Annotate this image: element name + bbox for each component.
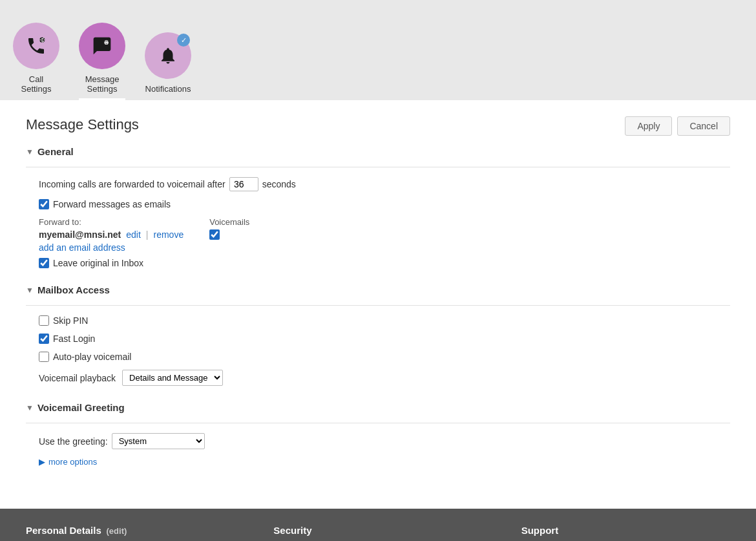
playback-label-text: Voicemail playback [39, 373, 116, 383]
footer-security: Security Change Password Change Call Ser… [273, 525, 482, 541]
fast-login-checkbox[interactable] [39, 334, 49, 344]
voicemail-greeting-collapse-arrow: ▼ [26, 403, 34, 412]
forward-messages-row: Forward messages as emails [39, 199, 730, 209]
pipe-separator: | [146, 229, 149, 240]
general-divider [26, 167, 730, 167]
footer-personal-details: Personal Details (edit) Devices [26, 525, 235, 541]
voicemail-greeting-section-header[interactable]: ▼ Voicemail Greeting [26, 402, 730, 413]
nav-notifications[interactable]: ✓ Notifications [145, 32, 191, 100]
voicemail-greeting-content: Use the greeting: System Personal Extend… [26, 433, 730, 467]
footer-support-title: Support [521, 525, 730, 536]
nav-message-settings-item[interactable]: Message Settings [79, 23, 125, 100]
mailbox-access-divider [26, 305, 730, 306]
forward-messages-label[interactable]: Forward messages as emails [39, 199, 171, 209]
forwarding-row: Incoming calls are forwarded to voicemai… [39, 177, 730, 191]
auto-play-row: Auto-play voicemail [39, 352, 730, 362]
footer-support: Support Help Send Feedback [521, 525, 730, 541]
footer-security-title: Security [273, 525, 482, 536]
general-collapse-arrow: ▼ [26, 147, 34, 156]
general-section-header[interactable]: ▼ General [26, 146, 730, 157]
fast-login-row: Fast Login [39, 334, 730, 344]
message-settings-label: Message Settings [85, 74, 120, 94]
notifications-label: Notifications [145, 84, 191, 94]
voicemails-checkbox[interactable] [209, 229, 220, 240]
call-settings-label: Call Settings [21, 74, 52, 94]
cancel-button[interactable]: Cancel [677, 116, 730, 136]
nav-message-settings[interactable]: Message Settings [79, 23, 125, 100]
leave-original-label[interactable]: Leave original in Inbox [39, 258, 143, 268]
bell-icon [158, 46, 178, 65]
forwarding-prefix-text: Incoming calls are forwarded to voicemai… [39, 179, 226, 189]
footer: Personal Details (edit) Devices Security… [0, 509, 756, 541]
nav-notifications-item[interactable]: ✓ Notifications [145, 32, 191, 100]
add-email-link[interactable]: add an email address [39, 242, 125, 253]
edit-email-link[interactable]: edit [126, 229, 141, 240]
voicemails-label: Voicemails [209, 217, 249, 227]
playback-row: Voicemail playback Details and Message M… [39, 370, 730, 386]
auto-play-checkbox[interactable] [39, 352, 49, 362]
phone-settings-icon [26, 36, 47, 56]
nav-call-settings-item[interactable]: Call Settings [13, 23, 59, 100]
forward-email: myemail@mnsi.net [39, 229, 121, 240]
general-section: ▼ General Incoming calls are forwarded t… [26, 146, 730, 268]
skip-pin-row: Skip PIN [39, 315, 730, 326]
forwarding-seconds-input[interactable] [229, 177, 258, 191]
general-section-label: General [37, 146, 74, 157]
forwarding-suffix-text: seconds [262, 179, 296, 189]
forward-to-col: Forward to: myemail@mnsi.net edit | remo… [39, 217, 184, 253]
top-navigation: Call Settings Message Settings [0, 0, 756, 100]
more-options-arrow: ▶ [39, 457, 45, 467]
footer-personal-details-title: Personal Details (edit) [26, 525, 235, 536]
playback-select[interactable]: Details and Message Message Only Details… [122, 370, 223, 386]
forward-messages-checkbox[interactable] [39, 199, 49, 209]
greeting-label-text: Use the greeting: [39, 436, 108, 447]
mailbox-access-section-label: Mailbox Access [37, 284, 110, 295]
mailbox-access-collapse-arrow: ▼ [26, 286, 34, 295]
apply-button[interactable]: Apply [625, 116, 672, 136]
mailbox-access-content: Skip PIN Fast Login Auto-play voicemail … [26, 315, 730, 386]
more-options[interactable]: ▶ more options [39, 457, 730, 467]
nav-call-settings[interactable]: Call Settings [13, 23, 59, 100]
skip-pin-checkbox[interactable] [39, 315, 49, 326]
greeting-select-row: Use the greeting: System Personal Extend… [39, 433, 730, 449]
message-settings-icon [92, 36, 112, 56]
voicemail-greeting-section: ▼ Voicemail Greeting Use the greeting: S… [26, 402, 730, 467]
voicemails-col: Voicemails [209, 217, 249, 240]
notifications-check-badge: ✓ [177, 34, 190, 47]
mailbox-access-section: ▼ Mailbox Access Skip PIN Fast Login [26, 284, 730, 386]
general-section-content: Incoming calls are forwarded to voicemai… [26, 177, 730, 268]
forward-to-label: Forward to: [39, 217, 184, 227]
more-options-link[interactable]: more options [48, 457, 97, 467]
mailbox-access-section-header[interactable]: ▼ Mailbox Access [26, 284, 730, 295]
forward-to-voicemails-row: Forward to: myemail@mnsi.net edit | remo… [39, 217, 730, 253]
notifications-icon-circle: ✓ [145, 32, 191, 79]
add-email-row: add an email address [39, 242, 184, 253]
leave-original-checkbox[interactable] [39, 258, 49, 268]
email-row: myemail@mnsi.net edit | remove [39, 229, 184, 240]
call-settings-icon-circle [13, 23, 59, 69]
action-buttons: Apply Cancel [625, 116, 730, 136]
skip-pin-label[interactable]: Skip PIN [39, 315, 88, 326]
voicemail-greeting-divider [26, 423, 730, 423]
auto-play-label[interactable]: Auto-play voicemail [39, 352, 131, 362]
footer-personal-details-edit[interactable]: (edit) [104, 526, 127, 536]
greeting-select[interactable]: System Personal Extended Absence [112, 433, 205, 449]
main-content: Message Settings Apply Cancel ▼ General … [0, 100, 756, 509]
fast-login-label[interactable]: Fast Login [39, 334, 95, 344]
voicemail-greeting-section-label: Voicemail Greeting [37, 402, 125, 413]
remove-email-link[interactable]: remove [153, 229, 184, 240]
leave-original-row: Leave original in Inbox [39, 258, 730, 268]
message-settings-icon-circle [79, 23, 125, 69]
